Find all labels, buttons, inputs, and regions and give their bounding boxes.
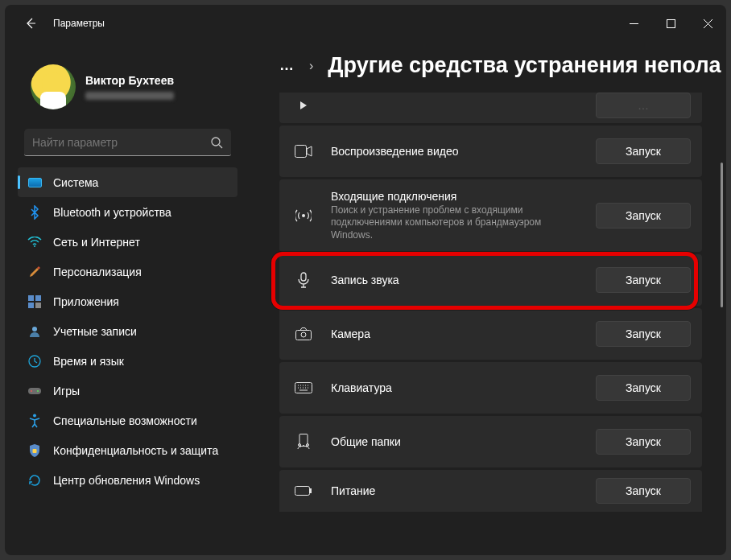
svg-point-10: [31, 390, 32, 392]
nav-label: Персонализация: [53, 266, 142, 278]
scrollbar-thumb[interactable]: [721, 163, 723, 307]
shield-icon: [27, 443, 42, 458]
nav-label: Учетные записи: [53, 325, 137, 338]
main-area: … › Другие средства устранения непола … …: [250, 42, 726, 555]
svg-point-18: [301, 332, 306, 337]
run-button[interactable]: Запуск: [596, 138, 691, 164]
run-button[interactable]: Запуск: [596, 321, 691, 347]
row-description: Поиск и устранение проблем с входящими п…: [331, 204, 572, 242]
clock-icon: [27, 354, 42, 369]
nav-time-language[interactable]: Время и язык: [18, 346, 237, 376]
nav-privacy[interactable]: Конфиденциальность и защита: [18, 435, 237, 465]
svg-rect-17: [296, 331, 312, 340]
nav-label: Конфиденциальность и защита: [53, 444, 218, 457]
nav-label: Специальные возможности: [53, 414, 197, 427]
row-title: Воспроизведение видео: [331, 145, 583, 158]
arrow-left-icon: [24, 17, 37, 30]
play-icon: [289, 99, 318, 112]
svg-point-15: [302, 214, 305, 217]
body: Виктор Бухтеев Система Bluetooth и устро…: [5, 42, 726, 555]
run-button[interactable]: Запуск: [596, 267, 691, 293]
svg-point-1: [212, 138, 220, 146]
svg-rect-24: [295, 487, 310, 496]
minimize-button[interactable]: [615, 9, 652, 38]
svg-rect-14: [295, 146, 307, 158]
svg-point-12: [33, 414, 36, 417]
nav-accessibility[interactable]: Специальные возможности: [18, 406, 237, 435]
svg-rect-16: [301, 273, 306, 281]
gamepad-icon: [27, 384, 42, 398]
camera-icon: [289, 327, 318, 340]
troubleshooter-shared-folders: Общие папки Запуск: [279, 416, 702, 467]
maximize-button[interactable]: [652, 9, 689, 38]
svg-point-2: [34, 245, 35, 247]
troubleshooter-incoming-connections: Входящие подключения Поиск и устранение …: [279, 179, 702, 252]
window-title: Параметры: [53, 18, 105, 29]
nav-bluetooth[interactable]: Bluetooth и устройства: [18, 197, 237, 227]
nav-network[interactable]: Сеть и Интернет: [18, 227, 237, 257]
row-title: Общие папки: [331, 435, 583, 448]
brush-icon: [27, 265, 42, 279]
window-controls: [615, 9, 726, 38]
troubleshooter-video-playback: Воспроизведение видео Запуск: [279, 126, 702, 177]
breadcrumb-more[interactable]: …: [279, 57, 295, 74]
minimize-icon: [630, 19, 638, 28]
troubleshooter-power: Питание Запуск: [279, 470, 702, 512]
profile-name: Виктор Бухтеев: [85, 74, 174, 87]
titlebar: Параметры: [5, 5, 726, 42]
nav-gaming[interactable]: Игры: [18, 376, 237, 406]
nav-label: Центр обновления Windows: [53, 474, 200, 487]
close-button[interactable]: [689, 9, 726, 38]
svg-rect-3: [28, 295, 34, 301]
svg-point-7: [32, 327, 37, 331]
search-icon: [210, 136, 223, 149]
nav-label: Сеть и Интернет: [53, 236, 140, 249]
run-button[interactable]: Запуск: [596, 203, 691, 229]
troubleshooter-row-partial: …: [279, 93, 702, 123]
nav-system[interactable]: Система: [18, 167, 237, 197]
bluetooth-icon: [27, 205, 42, 220]
svg-rect-4: [35, 295, 41, 301]
nav-windows-update[interactable]: Центр обновления Windows: [18, 465, 237, 495]
signal-icon: [289, 208, 318, 224]
row-title: Входящие подключения: [331, 190, 583, 203]
row-title: Питание: [331, 484, 583, 497]
scrollbar[interactable]: [721, 130, 723, 539]
run-button[interactable]: Запуск: [596, 429, 691, 455]
settings-window: Параметры Виктор Бухтеев: [5, 5, 726, 555]
profile-email-redacted: [85, 92, 174, 100]
update-icon: [27, 473, 42, 488]
microphone-icon: [289, 272, 318, 288]
nav-personalization[interactable]: Персонализация: [18, 257, 237, 286]
svg-rect-25: [310, 488, 312, 493]
search-input[interactable]: [32, 136, 210, 149]
profile-block[interactable]: Виктор Бухтеев: [11, 42, 244, 126]
accessibility-icon: [27, 414, 42, 428]
svg-rect-9: [28, 388, 41, 394]
run-button[interactable]: Запуск: [596, 478, 691, 504]
svg-rect-0: [667, 19, 675, 27]
page-title: Другие средства устранения непола: [328, 53, 721, 78]
troubleshooter-list: … Воспроизведение видео Запуск Входящие …: [250, 93, 726, 555]
nav-label: Игры: [53, 385, 80, 397]
troubleshooter-keyboard: Клавиатура Запуск: [279, 362, 702, 414]
profile-text: Виктор Бухтеев: [85, 74, 174, 100]
svg-point-21: [303, 445, 304, 447]
shared-folder-icon: [289, 434, 318, 450]
run-button[interactable]: Запуск: [596, 375, 691, 401]
svg-point-11: [37, 390, 39, 392]
account-icon: [27, 324, 42, 339]
avatar: [31, 64, 76, 109]
row-title: Камера: [331, 327, 583, 340]
nav-accounts[interactable]: Учетные записи: [18, 316, 237, 346]
nav-apps[interactable]: Приложения: [18, 286, 237, 316]
back-button[interactable]: [14, 7, 47, 39]
troubleshooter-camera: Камера Запуск: [279, 308, 702, 360]
system-icon: [27, 175, 42, 190]
nav-label: Время и язык: [53, 355, 124, 368]
run-button[interactable]: …: [596, 93, 691, 118]
wifi-icon: [27, 235, 42, 249]
video-icon: [289, 145, 318, 158]
search-box[interactable]: [24, 129, 231, 156]
close-icon: [704, 19, 712, 28]
